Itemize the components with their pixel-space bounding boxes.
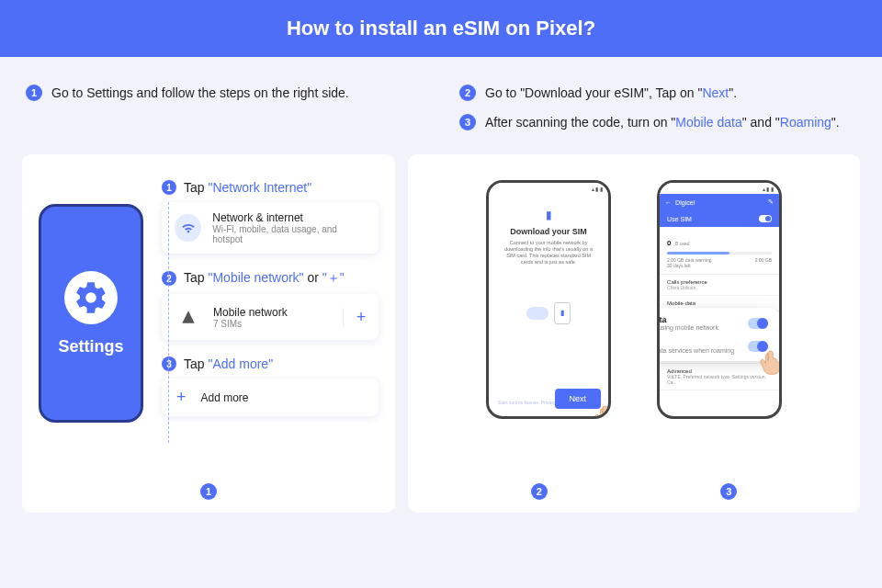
use-sim-row[interactable]: Use SIM [660, 210, 779, 227]
phones-row: ▴ ▮ ▮ ▮ Download your SIM Connect to you… [424, 180, 843, 437]
panel-2-3: ▴ ▮ ▮ ▮ Download your SIM Connect to you… [408, 154, 860, 513]
signal-icon [175, 303, 202, 331]
roaming-link: Roaming [780, 115, 831, 130]
settings-phone-mock: Settings [39, 204, 143, 423]
toggle-on-icon[interactable] [748, 318, 768, 329]
sub-badge-3: 3 [162, 356, 176, 371]
sub-steps-column: 1 Tap "Network Internet" Network & inter… [162, 180, 379, 498]
step-badge-2: 2 [459, 85, 476, 101]
network-card-title: Network & internet [212, 211, 366, 224]
panels-row: Settings 1 Tap "Network Internet" Networ… [0, 138, 882, 513]
toggle-on-icon[interactable] [759, 215, 772, 222]
sub-step-2: 2 Tap "Mobile network" or "＋" Mobile net… [162, 270, 379, 340]
download-illustration: ▮ [498, 292, 599, 334]
list-item[interactable]: Calls preferenceChina Unicom [660, 275, 779, 296]
add-more-card[interactable]: + Add more [162, 379, 379, 416]
sub-step-3: 3 Tap "Add more" + Add more [162, 356, 379, 416]
cloud-icon [526, 307, 548, 320]
step-1-text: Go to Settings and follow the steps on t… [51, 85, 349, 100]
status-bar: ▴ ▮ ▮ [489, 183, 608, 194]
panel-footer-badge-1: 1 [200, 482, 217, 500]
step-3-text: After scanning the code, turn on "Mobile… [485, 115, 840, 130]
mobile-data-toggle-row[interactable]: Mobile data Access data using mobile net… [657, 315, 768, 331]
status-bar: ▴ ▮ ▮ [660, 183, 779, 194]
carrier-name: Digicel [675, 199, 695, 206]
mobile-card-title: Mobile network [213, 306, 288, 319]
sub-badge-2: 2 [162, 271, 176, 286]
download-desc: Connect to your mobile network by downlo… [498, 240, 599, 266]
step-2-text: Go to "Download your eSIM", Tap on "Next… [485, 85, 737, 100]
panel-1: Settings 1 Tap "Network Internet" Networ… [22, 154, 395, 513]
panel-footer-badge-2: 2 [531, 482, 548, 500]
step-1: 1 Go to Settings and follow the steps on… [26, 85, 423, 101]
usage-bar [667, 252, 772, 254]
top-step-left: 1 Go to Settings and follow the steps on… [26, 85, 423, 130]
download-title: Download your SIM [498, 227, 599, 236]
usage-section: 0 B used 2.00 GB data warning 30 days le… [660, 227, 779, 275]
mobile-network-card[interactable]: Mobile network 7 SIMs + [162, 294, 379, 340]
step-3: 3 After scanning the code, turn on "Mobi… [459, 114, 856, 130]
carrier-topbar: ← Digicel ✎ [660, 194, 779, 210]
sim-card-icon: ▮ [554, 302, 571, 324]
gear-icon [64, 271, 118, 324]
back-arrow-icon[interactable]: ← [665, 199, 672, 206]
network-card-sub: Wi-Fi, mobile, data usage, and hotspot [212, 224, 366, 244]
header-title: How to install an eSIM on Pixel? [287, 17, 595, 40]
mobile-data-link: Mobile data [675, 115, 741, 130]
sim-icon: ▮ [498, 209, 599, 221]
hand-cursor-icon [757, 346, 782, 378]
page-header: How to install an eSIM on Pixel? [0, 0, 882, 57]
plus-icon[interactable]: + [343, 308, 367, 327]
step-badge-1: 1 [26, 85, 42, 101]
hand-cursor-icon [592, 401, 611, 419]
plus-icon: + [176, 388, 187, 407]
timeline-dashes [168, 202, 169, 443]
step-badge-3: 3 [459, 114, 476, 130]
edit-icon[interactable]: ✎ [768, 198, 774, 206]
toggles-overlay-card: Mobile data Access data using mobile net… [657, 308, 779, 361]
next-link: Next [702, 85, 729, 100]
sub-step-1: 1 Tap "Network Internet" Network & inter… [162, 180, 379, 254]
step-2: 2 Go to "Download your eSIM", Tap on "Ne… [459, 85, 856, 101]
addmore-title: Add more [201, 391, 249, 404]
network-internet-card[interactable]: Network & internet Wi-Fi, mobile, data u… [162, 202, 379, 254]
mobile-card-sub: 7 SIMs [213, 319, 288, 329]
top-steps-right: 2 Go to "Download your eSIM", Tap on "Ne… [459, 85, 856, 130]
download-sim-phone: ▴ ▮ ▮ ▮ Download your SIM Connect to you… [486, 180, 611, 419]
sub-badge-1: 1 [162, 180, 176, 195]
panel-footer-badge-3: 3 [720, 482, 737, 500]
sim-settings-phone: ▴ ▮ ▮ ← Digicel ✎ Use SIM 0 B used [657, 180, 782, 419]
wifi-icon [175, 214, 201, 242]
phone-label: Settings [58, 337, 123, 356]
roaming-toggle-row[interactable]: Roaming Connect to data services when ro… [657, 338, 768, 354]
top-steps-row: 1 Go to Settings and follow the steps on… [0, 57, 882, 138]
